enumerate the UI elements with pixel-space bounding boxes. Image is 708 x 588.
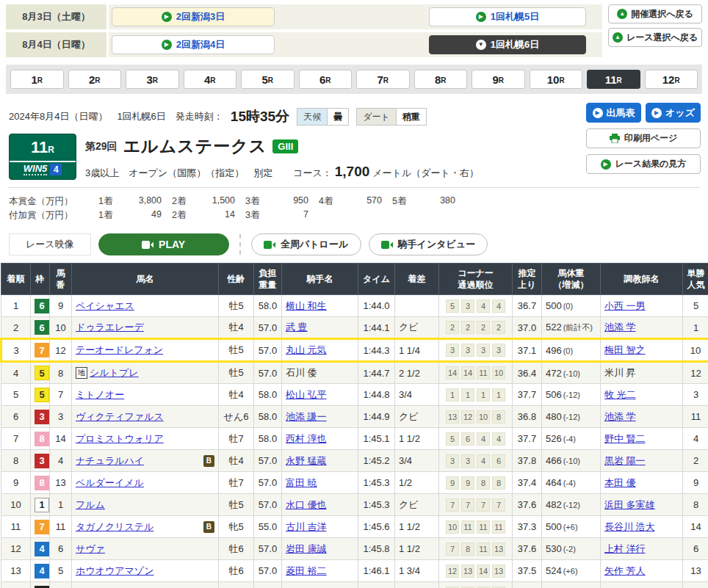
jockey-name-link[interactable]: 横山 和生 — [286, 300, 327, 311]
race-tab-8r[interactable]: 8R — [414, 70, 468, 89]
race-info-area: ▶ 出馬表 ▶ オッズ 印刷用ページ ▶ レース結果の見方 2024年8月4日（… — [0, 98, 708, 188]
separator — [239, 234, 241, 255]
cell-carried-weight: 57.0 — [254, 494, 282, 516]
trainer-name-link[interactable]: 黒岩 陽一 — [604, 455, 646, 466]
race-tab-4r[interactable]: 4R — [184, 70, 237, 89]
cell-body-weight: 472(-10) — [542, 362, 601, 384]
race-tab-3r[interactable]: 3R — [126, 70, 179, 89]
horse-name-link[interactable]: サヴァ — [76, 542, 105, 556]
back-to-kaisai-button[interactable]: ▲ 開催選択へ戻る — [608, 4, 702, 23]
race-tab-7r[interactable]: 7R — [356, 70, 410, 89]
race-tab-5r[interactable]: 5R — [241, 70, 295, 89]
jockey-name-link[interactable]: 岩田 康誠 — [286, 543, 327, 554]
cell-win-popularity: 1 — [683, 317, 708, 339]
horse-name-link[interactable]: ドゥラエレーデ — [76, 321, 144, 334]
cell-corner-positions: 5344 — [439, 295, 513, 317]
jockey-name-link[interactable]: 古川 吉洋 — [286, 521, 327, 532]
horse-name-link[interactable]: フルム — [76, 498, 105, 512]
race-title-main: 第29回 エルムステークス GIII 3歳以上 オープン（国際）（指定） 別定 … — [85, 134, 479, 180]
horse-name-link[interactable]: ホウオウアマゾン — [76, 565, 153, 578]
odds-button[interactable]: ▶ オッズ — [646, 103, 701, 123]
race-number-badge: 11R WIN5 4 — [9, 134, 76, 180]
track-label: ダート — [357, 109, 397, 125]
trainer-name-link[interactable]: 池添 学 — [604, 411, 636, 422]
trainer-name-link[interactable]: 梅田 智之 — [604, 344, 646, 355]
date-label-day1: 8月3日（土曜） — [6, 4, 109, 29]
cell-frame-number: 1 — [31, 494, 50, 516]
body-weight-diff: (-4) — [563, 479, 576, 487]
horse-name-link[interactable]: ナチュラルハイ — [76, 454, 144, 468]
sapporo-day6-label: 1回札幌6日 — [491, 38, 539, 51]
race-tab-10r[interactable]: 10R — [530, 70, 583, 89]
horse-name-link[interactable]: ミトノオー — [76, 388, 124, 402]
back-to-race-select-button[interactable]: ▲ レース選択へ戻る — [608, 28, 702, 47]
body-weight-diff: (-4) — [563, 435, 576, 443]
cell-last-3f: 37.0 — [513, 317, 542, 339]
trainer-name-link[interactable]: 牧 光二 — [604, 389, 636, 400]
play-button[interactable]: PLAY — [98, 233, 229, 255]
body-weight-value: 472 — [546, 368, 562, 379]
niigata-day4-button[interactable]: ▶ 2回新潟4日 — [112, 35, 275, 54]
jockey-name-link[interactable]: 池添 謙一 — [286, 411, 327, 422]
cell-horse-name: ペイシャエス — [72, 295, 219, 317]
jockey-name-link[interactable]: 武 豊 — [286, 322, 308, 333]
trainer-name-link[interactable]: 浜田 多実雄 — [604, 499, 655, 510]
arrow-right-circle-icon: ▶ — [162, 12, 172, 22]
niigata-day3-button[interactable]: ▶ 2回新潟3日 — [112, 7, 275, 26]
jockey-name-link[interactable]: 富田 暁 — [286, 477, 317, 488]
cell-trainer-name: 池添 学 — [601, 406, 683, 428]
jockey-name-link[interactable]: 松山 弘平 — [286, 389, 327, 400]
result-guide-button[interactable]: ▶ レース結果の見方 — [586, 154, 701, 174]
cell-horse-name: ドゥラエレーデ — [72, 317, 219, 339]
cell-trainer-name: 小西 一男 — [601, 295, 683, 317]
corner-position-box: 1 — [492, 388, 505, 402]
horse-name-link[interactable]: シルトプレ — [90, 366, 139, 380]
corner-position-box: 14 — [477, 565, 490, 578]
cell-time: 1:45.2 — [358, 450, 395, 472]
cell-horse-number: 13 — [50, 472, 72, 494]
shutsuba-button[interactable]: ▶ 出馬表 — [586, 103, 641, 123]
race-tab-6r[interactable]: 6R — [299, 70, 353, 89]
corner-position-box: 8 — [461, 542, 474, 556]
sapporo-day5-button[interactable]: ▶ 1回札幌5日 — [429, 7, 586, 26]
race-tab-1r[interactable]: 1R — [10, 70, 64, 89]
course-detail: メートル（ダート・右） — [372, 167, 479, 180]
cell-trainer-name: 黒岩 陽一 — [601, 450, 683, 472]
cell-jockey-name: 松山 弘平 — [282, 384, 358, 406]
race-tab-2r[interactable]: 2R — [68, 70, 122, 89]
horse-name-link[interactable]: ベルダーイメル — [76, 476, 144, 490]
corner-position-box: 2 — [477, 321, 490, 334]
cell-horse-number: 11 — [50, 516, 72, 538]
race-tab-11r[interactable]: 11R — [587, 70, 640, 89]
trainer-name-link[interactable]: 本田 優 — [604, 477, 636, 488]
cell-margin: 3/4 — [395, 384, 439, 406]
jockey-name-link[interactable]: 永野 猛蔵 — [286, 455, 327, 466]
jockey-name-link[interactable]: 丸山 元気 — [286, 344, 327, 355]
cell-corner-positions: 12131413 — [439, 560, 513, 582]
horse-name-link[interactable]: ヴィクティファルス — [76, 410, 164, 424]
trainer-name-link[interactable]: 矢作 芳人 — [604, 565, 646, 576]
horse-name-link[interactable]: ペイシャエス — [76, 300, 134, 313]
print-page-button[interactable]: 印刷用ページ — [586, 128, 701, 148]
trainer-name-link[interactable]: 池添 学 — [604, 322, 636, 333]
sapporo-day6-button-selected[interactable]: ▼ 1回札幌6日 — [429, 35, 586, 54]
patrol-video-button[interactable]: 全周パトロール — [251, 233, 361, 255]
jockey-name-link[interactable]: 水口 優也 — [286, 499, 327, 510]
trainer-name-link[interactable]: 野中 賢二 — [604, 433, 646, 444]
horse-name-link[interactable]: プロミストウォリア — [76, 432, 164, 446]
race-tab-9r[interactable]: 9R — [472, 70, 525, 89]
jockey-name-link[interactable]: 菱田 裕二 — [286, 565, 327, 576]
trainer-name-link[interactable]: 上村 洋行 — [604, 543, 646, 554]
cell-frame-number: 7 — [31, 339, 50, 362]
trainer-name-link[interactable]: 小西 一男 — [604, 300, 646, 311]
jockey-name-link[interactable]: 西村 淳也 — [286, 433, 327, 444]
body-weight-value: 500 — [546, 521, 562, 532]
race-tab-12r[interactable]: 12R — [645, 70, 698, 89]
frame-badge: 3 — [35, 410, 49, 424]
horse-name-link[interactable]: テーオードレフォン — [76, 344, 163, 357]
grade-badge: GIII — [272, 139, 298, 153]
horse-name-link[interactable]: タガノクリステル — [76, 520, 153, 534]
jockey-interview-button[interactable]: 騎手インタビュー — [369, 233, 488, 255]
prize-rank-label: 4着 — [319, 195, 344, 208]
trainer-name-link[interactable]: 長谷川 浩大 — [604, 521, 655, 532]
